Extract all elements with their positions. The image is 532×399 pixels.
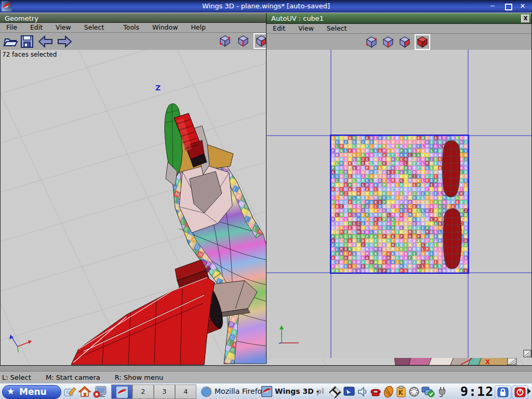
display-badge-icon[interactable] bbox=[92, 385, 107, 399]
floppy-diamond-icon[interactable] bbox=[329, 386, 341, 399]
menu-window[interactable]: Window bbox=[147, 23, 183, 31]
menu-button-label: Menu bbox=[19, 387, 47, 397]
menu-select[interactable]: Select bbox=[79, 23, 110, 31]
taskbar-clock: 9:12 bbox=[460, 383, 494, 399]
uv-body-mode-cube[interactable] bbox=[416, 35, 429, 49]
menu-view[interactable]: View bbox=[50, 23, 76, 31]
firefox-icon bbox=[201, 386, 212, 397]
autouv-window-header[interactable]: AutoUV : cube1 X bbox=[267, 13, 531, 24]
uv-viewport[interactable] bbox=[267, 50, 531, 358]
info-right-button: R: Show menu bbox=[115, 374, 164, 381]
java-bean-icon[interactable] bbox=[383, 385, 394, 399]
workspace-1[interactable] bbox=[111, 384, 132, 399]
vertex-mode-cube[interactable] bbox=[218, 34, 232, 48]
geometry-status-text: 72 faces selected bbox=[2, 51, 57, 58]
uv-vertex-mode-cube[interactable] bbox=[365, 35, 378, 49]
phone-icon[interactable] bbox=[370, 387, 381, 399]
chat-check-icon[interactable] bbox=[421, 386, 435, 399]
edge-mode-cube[interactable] bbox=[236, 34, 250, 48]
geometry-resize-grip[interactable] bbox=[508, 358, 516, 365]
window-title: Wings 3D - plane.wings* [auto-saved] bbox=[0, 0, 532, 12]
minimize-icon[interactable]: ─ bbox=[487, 2, 498, 11]
redo-arrow-icon[interactable] bbox=[56, 34, 73, 51]
autouv-menu-edit[interactable]: Edit bbox=[268, 24, 290, 32]
maximize-icon[interactable] bbox=[505, 4, 512, 10]
star-icon: ★ bbox=[7, 386, 15, 396]
task-wings3d-label-truncated: pl bbox=[316, 383, 324, 399]
task-wings3d-label: Wings 3D - bbox=[275, 383, 319, 399]
autouv-menu-select[interactable]: Select bbox=[322, 24, 352, 32]
volume-icon[interactable] bbox=[357, 386, 368, 399]
plug-icon[interactable] bbox=[436, 386, 448, 399]
open-folder-icon[interactable] bbox=[3, 34, 18, 51]
remote-display-icon[interactable] bbox=[343, 387, 355, 399]
autouv-menubar: Edit View Select bbox=[267, 24, 531, 34]
uv-axis bbox=[279, 325, 299, 343]
undo-arrow-icon[interactable] bbox=[37, 34, 54, 51]
power-button[interactable] bbox=[512, 385, 528, 399]
z-axis-label: Z bbox=[155, 84, 161, 92]
x-axis-label: X bbox=[485, 358, 490, 365]
autouv-toolbar bbox=[267, 34, 531, 51]
autouv-close-icon[interactable]: X bbox=[521, 15, 530, 23]
taskbar: ★ Menu 2 3 4 bbox=[0, 383, 532, 399]
wings3d-task-icon bbox=[261, 386, 272, 397]
info-middle-button: M: Start camera bbox=[46, 374, 100, 381]
lock-button[interactable] bbox=[495, 385, 511, 399]
save-icon[interactable] bbox=[20, 34, 34, 51]
screen: Wings 3D - plane.wings* [auto-saved] ─ ✕… bbox=[0, 0, 532, 399]
workspace-4[interactable]: 4 bbox=[175, 384, 196, 399]
window-frame-bottom bbox=[0, 366, 532, 371]
menu-tools[interactable]: Tools bbox=[118, 23, 144, 31]
workspace-3[interactable]: 3 bbox=[154, 384, 175, 399]
autouv-window: AutoUV : cube1 X Edit View Select bbox=[266, 13, 532, 358]
menu-button[interactable]: ★ Menu bbox=[2, 385, 61, 399]
uv-face-mode-cube[interactable] bbox=[398, 35, 411, 49]
info-left-button: L: Select bbox=[2, 374, 31, 381]
menu-help[interactable]: Help bbox=[185, 23, 211, 31]
info-bar: L: Select M: Start camera R: Show menu bbox=[0, 371, 532, 383]
uv-texture-canvas[interactable] bbox=[331, 136, 468, 273]
autouv-resize-grip[interactable] bbox=[524, 350, 531, 357]
workspace-2[interactable]: 2 bbox=[132, 384, 154, 399]
geometry-window-title: Geometry bbox=[5, 15, 38, 22]
uv-edge-mode-cube[interactable] bbox=[381, 35, 395, 49]
panel-arrow-icon[interactable] bbox=[527, 388, 531, 394]
note-pencil-icon[interactable] bbox=[63, 385, 77, 399]
close-icon[interactable]: ✕ bbox=[517, 2, 528, 11]
klipper-icon[interactable] bbox=[396, 385, 406, 399]
autouv-menu-view[interactable]: View bbox=[293, 24, 319, 32]
kde-asterisk-icon[interactable] bbox=[408, 386, 420, 399]
home-icon[interactable] bbox=[78, 385, 91, 399]
autouv-window-title: AutoUV : cube1 bbox=[271, 15, 324, 22]
window-titlebar[interactable]: Wings 3D - plane.wings* [auto-saved] ─ ✕ bbox=[0, 0, 532, 12]
task-firefox-label: Mozilla Firefox bbox=[215, 383, 266, 399]
menu-file[interactable]: File bbox=[1, 23, 22, 31]
geometry-axis-tripod bbox=[9, 335, 32, 352]
menu-edit[interactable]: Edit bbox=[25, 23, 48, 31]
